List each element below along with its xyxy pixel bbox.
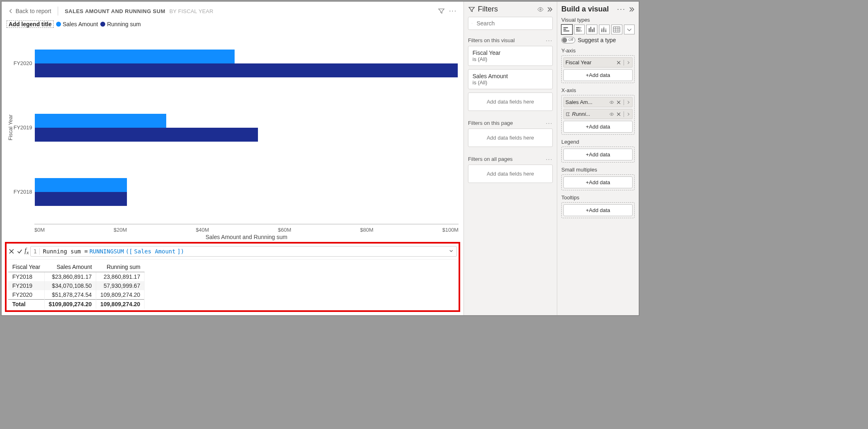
filter-icon[interactable] — [438, 7, 445, 15]
back-label: Back to report — [16, 8, 51, 14]
visual-type-stacked-bar[interactable] — [574, 25, 585, 34]
field-chip-sales-amount[interactable]: Sales Am... — [563, 97, 633, 107]
svg-rect-6 — [579, 27, 581, 28]
legend-swatch-sales — [56, 22, 61, 27]
chart-bar[interactable] — [35, 178, 127, 192]
xaxis-add-data[interactable]: +Add data — [563, 121, 633, 133]
table-header[interactable]: Fiscal Year — [8, 262, 44, 272]
filters-title: Filters — [478, 5, 498, 14]
tooltips-well[interactable]: +Add data — [561, 202, 635, 218]
filter-card-sales-amount[interactable]: Sales Amount is (All) — [468, 69, 553, 89]
table-row[interactable]: FY2019$34,070,108.5057,930,999.67 — [8, 281, 145, 290]
chip-label: Sales Am... — [565, 99, 607, 105]
add-all-filter-drop[interactable]: Add data fields here — [468, 165, 553, 183]
remove-field-button[interactable] — [616, 100, 621, 105]
breadcrumb-title: SALES AMOUNT AND RUNNING SUM — [65, 8, 165, 14]
x-axis-ticks: $0M$20M$40M$60M$80M$100M — [34, 224, 459, 234]
visual-type-dropdown[interactable] — [624, 25, 635, 34]
xaxis-well[interactable]: Sales Am... Runni... +Add data — [561, 95, 635, 135]
chevron-left-icon — [8, 9, 13, 14]
show-hide-pane-button[interactable] — [537, 6, 544, 13]
remove-field-button[interactable] — [616, 60, 621, 65]
field-menu-button[interactable] — [626, 100, 631, 105]
all-filters-more[interactable]: ··· — [546, 156, 553, 162]
table-header[interactable]: Running sum — [96, 262, 145, 272]
chart-bar[interactable] — [35, 128, 258, 142]
svg-rect-10 — [580, 30, 582, 31]
legend-swatch-running — [100, 22, 105, 27]
legend-label: Running sum — [107, 21, 141, 27]
legend-title-placeholder[interactable]: Add legend title — [7, 20, 54, 28]
visual-filters-more[interactable]: ··· — [546, 37, 553, 43]
svg-rect-16 — [601, 28, 602, 29]
table-row[interactable]: FY2020$51,878,274.54109,809,274.20 — [8, 290, 145, 300]
svg-point-1 — [472, 23, 472, 23]
legend-well[interactable]: +Add data — [561, 147, 635, 163]
yaxis-add-data[interactable]: +Add data — [563, 69, 633, 81]
chart-bar[interactable] — [35, 50, 235, 63]
chart-bar[interactable] — [35, 192, 127, 206]
visual-types-label: Visual types — [561, 17, 635, 23]
more-options-button[interactable]: ··· — [449, 7, 457, 15]
field-menu-button[interactable] — [626, 60, 631, 65]
eye-icon[interactable] — [609, 112, 615, 117]
small-multiples-add-data[interactable]: +Add data — [563, 176, 633, 188]
formula-line-number: 1 — [33, 248, 39, 255]
add-visual-filter-drop[interactable]: Add data fields here — [468, 93, 553, 111]
formula-expand-button[interactable] — [448, 248, 454, 254]
x-tick: $0M — [34, 227, 45, 233]
small-multiples-well[interactable]: +Add data — [561, 174, 635, 190]
chart-plot-area — [35, 31, 459, 224]
visual-type-stacked-column[interactable] — [599, 25, 610, 34]
back-to-report-button[interactable]: Back to report — [8, 8, 51, 14]
legend-add-data[interactable]: +Add data — [563, 149, 633, 160]
suggest-type-toggle[interactable]: Off — [561, 37, 575, 43]
svg-rect-12 — [590, 27, 591, 32]
build-more-options[interactable]: ··· — [617, 5, 626, 14]
collapse-build-button[interactable] — [628, 6, 635, 13]
legend-well-label: Legend — [561, 139, 635, 145]
chart-bar[interactable] — [35, 63, 458, 77]
chart-bar[interactable] — [35, 114, 166, 128]
field-chip-running-sum[interactable]: Runni... — [563, 109, 633, 119]
tooltips-add-data[interactable]: +Add data — [563, 204, 633, 216]
formula-table-section: fx 1 Running sum = RUNNINGSUM([Sales Amo… — [5, 242, 460, 312]
collapse-filters-button[interactable] — [546, 6, 553, 13]
filters-search[interactable] — [468, 17, 553, 30]
remove-field-button[interactable] — [616, 112, 621, 117]
svg-rect-17 — [603, 28, 604, 32]
filters-panel: Filters Filters on this visual ··· Fisca… — [463, 2, 557, 315]
visual-type-clustered-column[interactable] — [586, 25, 597, 34]
tooltips-label: Tooltips — [561, 194, 635, 201]
field-menu-button[interactable] — [626, 112, 631, 117]
chip-label: Runni... — [572, 111, 607, 117]
svg-rect-9 — [576, 30, 580, 31]
fx-icon[interactable]: fx — [25, 247, 29, 256]
filters-search-input[interactable] — [476, 20, 549, 27]
table-header[interactable]: Sales Amount — [44, 262, 96, 272]
filter-card-fiscal-year[interactable]: Fiscal Year is (All) — [468, 46, 553, 66]
chart-visual[interactable]: Add legend title Sales Amount Running su… — [5, 20, 460, 240]
formula-input[interactable]: 1 Running sum = RUNNINGSUM([Sales Amount… — [30, 246, 457, 257]
table-row[interactable]: FY2018$23,860,891.1723,860,891.17 — [8, 272, 145, 282]
page-filters-more[interactable]: ··· — [546, 120, 553, 126]
filters-page-label: Filters on this page — [468, 120, 513, 126]
breadcrumb: Back to report SALES AMOUNT AND RUNNING … — [5, 5, 460, 19]
eye-icon[interactable] — [609, 100, 615, 105]
add-page-filter-drop[interactable]: Add data fields here — [468, 129, 553, 147]
svg-rect-3 — [563, 29, 566, 29]
cancel-formula-button[interactable] — [8, 248, 15, 255]
chip-label: Fiscal Year — [565, 59, 615, 65]
table-total-row: Total$109,809,274.20109,809,274.20 — [8, 300, 145, 309]
field-chip-fiscal-year[interactable]: Fiscal Year — [563, 57, 633, 68]
visual-type-table[interactable] — [611, 25, 622, 34]
svg-rect-18 — [603, 27, 604, 28]
yaxis-well[interactable]: Fiscal Year +Add data — [561, 55, 635, 83]
commit-formula-button[interactable] — [16, 248, 23, 255]
filter-card-subtitle: is (All) — [472, 56, 548, 62]
visual-type-clustered-bar[interactable] — [561, 25, 572, 34]
small-multiples-label: Small multiples — [561, 167, 635, 173]
quick-measure-icon — [565, 112, 570, 117]
svg-rect-15 — [601, 29, 602, 32]
svg-rect-21 — [613, 27, 620, 32]
